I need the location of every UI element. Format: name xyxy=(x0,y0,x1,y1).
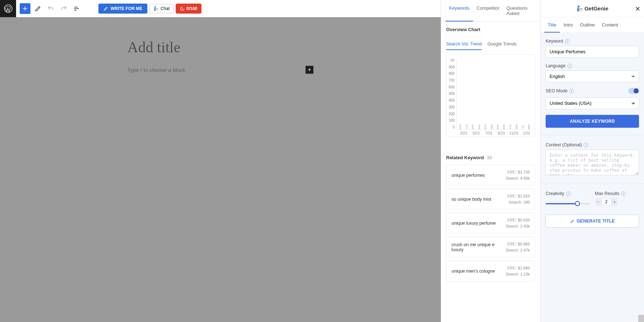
keyword-cpc: CPC: $1.735 xyxy=(506,169,530,175)
keyword-cpc: CPC: $0.965 xyxy=(506,241,530,247)
keyword-label: Keywordi xyxy=(546,39,639,44)
related-keyword-title: Related Keyword xyxy=(446,155,484,160)
add-block-inline-button[interactable]: + xyxy=(306,66,313,74)
block-placeholder[interactable]: Type / to choose a block xyxy=(127,67,185,73)
context-label: Context (Optional)i xyxy=(546,142,639,147)
creativity-slider[interactable] xyxy=(546,198,590,209)
keyword-name: unique perfumes xyxy=(452,173,502,178)
related-keyword-item[interactable]: unique perfumesCPC: $1.735Search: 4.66k xyxy=(446,165,535,186)
genie-lamp-icon: 🧞 xyxy=(576,5,583,12)
tab-intro[interactable]: Intro xyxy=(560,17,576,33)
related-keyword-item[interactable]: crush on me unique e luxuryCPC: $0.965Se… xyxy=(446,236,535,258)
info-icon[interactable]: i xyxy=(621,191,626,196)
related-keyword-item[interactable]: unique men's cologneCPC: $1.680Search: 1… xyxy=(446,260,535,282)
keyword-search: Search: 180 xyxy=(507,199,530,205)
write-for-me-label: WRITE FOR ME xyxy=(111,6,142,11)
getgenie-panel: 🧞 GetGenie ✕ Title Intro Outline Content… xyxy=(540,0,644,322)
keyword-search: Search: 4.66k xyxy=(506,175,530,181)
related-keyword-item[interactable]: unique luxury perfumeCPC: $0.635Search: … xyxy=(446,213,535,234)
overview-chart-title: Overview Chart xyxy=(446,27,535,32)
related-keyword-count: 30 xyxy=(487,155,492,160)
document-overview-icon[interactable] xyxy=(71,3,82,14)
info-icon[interactable]: i xyxy=(565,39,570,44)
info-icon[interactable]: i xyxy=(567,64,572,68)
max-results-increment[interactable]: + xyxy=(611,198,618,205)
keyword-name: crush on me unique e luxury xyxy=(452,242,502,252)
analyze-keyword-button[interactable]: ANALYZE KEYWORD xyxy=(546,115,639,128)
info-icon[interactable]: i xyxy=(569,89,574,93)
keyword-cpc: CPC: $1.020 xyxy=(507,193,530,199)
language-label: Languagei xyxy=(546,63,639,68)
tab-questions-asked[interactable]: Questions Asked xyxy=(503,0,536,21)
keyword-name: unique men's cologne xyxy=(452,269,502,274)
seo-mode-toggle[interactable] xyxy=(628,88,639,94)
chat-button[interactable]: 🧞 Chat xyxy=(150,4,174,13)
keyword-name: so unique body mist xyxy=(452,197,504,202)
creativity-label: Creativityi xyxy=(546,191,590,196)
editor-toolbar: WRITE FOR ME 🧞 Chat 0/100 xyxy=(0,0,441,17)
keyword-cpc: CPC: $1.680 xyxy=(506,265,530,271)
keyword-name: unique luxury perfume xyxy=(452,221,502,226)
wordpress-logo[interactable] xyxy=(0,0,16,17)
keyword-cpc: CPC: $0.635 xyxy=(506,217,530,223)
seo-score-button[interactable]: 0/100 xyxy=(176,4,201,14)
redo-icon[interactable] xyxy=(58,3,69,14)
edit-icon[interactable] xyxy=(33,3,43,14)
editor-canvas[interactable]: Add title Type / to choose a block + xyxy=(0,17,441,322)
subtab-google-trends[interactable]: Google Trends xyxy=(487,42,517,50)
generate-title-button[interactable]: GENERATE TITLE xyxy=(546,215,639,228)
tab-keywords[interactable]: Keywords xyxy=(445,0,473,21)
keyword-search: Search: 1.23k xyxy=(506,271,530,277)
info-icon[interactable]: i xyxy=(584,143,588,147)
keyword-panel: Keywords Competitor Questions Asked Over… xyxy=(441,0,540,322)
add-block-button[interactable] xyxy=(20,3,30,14)
getgenie-brand: 🧞 GetGenie xyxy=(576,5,609,12)
max-results-input[interactable] xyxy=(601,198,611,205)
tab-title[interactable]: Title xyxy=(544,17,560,33)
keyword-search: Search: 2.47k xyxy=(506,247,530,253)
tab-competitor[interactable]: Competitor xyxy=(473,0,503,21)
max-results-decrement[interactable]: − xyxy=(595,198,601,205)
keyword-search: Search: 2.43k xyxy=(506,223,530,229)
subtab-search-vol-trend[interactable]: Search Vol. Trend xyxy=(446,42,482,50)
seo-mode-label: SEO Modei xyxy=(546,88,574,93)
language-select[interactable]: English xyxy=(546,70,639,82)
keyword-panel-tabs: Keywords Competitor Questions Asked xyxy=(441,0,540,22)
keyword-input[interactable] xyxy=(546,46,639,58)
context-textarea[interactable] xyxy=(546,150,639,175)
country-select[interactable]: United States (USA) xyxy=(546,97,639,109)
write-for-me-button[interactable]: WRITE FOR ME xyxy=(98,4,147,14)
undo-icon[interactable] xyxy=(45,3,56,14)
score-label: 0/100 xyxy=(186,6,197,11)
genie-icon: 🧞 xyxy=(153,6,159,11)
scrollbar[interactable] xyxy=(638,315,644,322)
post-title-input[interactable]: Add title xyxy=(127,39,313,56)
info-icon[interactable]: i xyxy=(566,191,571,196)
related-keyword-item[interactable]: so unique body mistCPC: $1.020Search: 18… xyxy=(446,189,535,210)
close-panel-button[interactable]: ✕ xyxy=(635,5,640,13)
tab-outline[interactable]: Outline xyxy=(576,17,598,33)
max-results-label: Max Resultsi xyxy=(595,191,639,196)
chat-label: Chat xyxy=(161,6,170,11)
tab-content[interactable]: Content xyxy=(598,17,622,33)
search-volume-chart: 1K9008007006005004003002001000 600720600… xyxy=(446,54,535,137)
